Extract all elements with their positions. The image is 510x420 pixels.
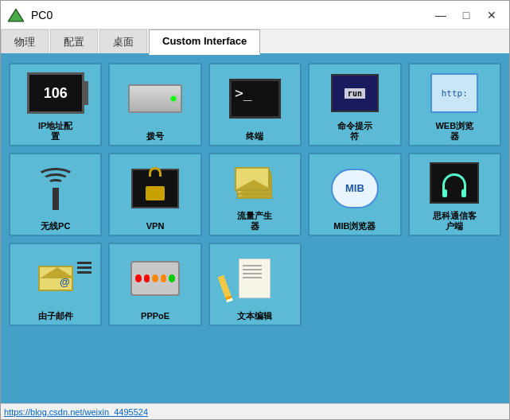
status-link[interactable]: https://blog.csdn.net/weixin_4495524: [4, 407, 148, 417]
wireless-pc-icon-item[interactable]: 无线PC: [9, 153, 102, 236]
cmd-icon-item[interactable]: run 命令提示符: [308, 63, 401, 146]
cmd-icon: run: [331, 74, 379, 112]
pppoe-dot-3: [152, 274, 158, 282]
pencil-icon: [218, 275, 233, 303]
tab-physics[interactable]: 物理: [1, 29, 49, 53]
cisco-comm-icon: [430, 162, 479, 204]
tab-config[interactable]: 配置: [50, 29, 98, 53]
web-icon: http:: [430, 73, 478, 113]
email-graphic: @: [14, 249, 97, 308]
terminal-icon: >_: [229, 79, 281, 119]
ip-config-graphic: 106: [14, 69, 97, 118]
mib-browser-icon-item[interactable]: MIB MIB浏览器: [308, 153, 401, 236]
wireless-graphic: [14, 159, 97, 218]
paper-line-1: [243, 265, 262, 266]
content-area: 106 IP地址配置 拨号 >_ 终: [1, 55, 509, 403]
paper: [239, 259, 271, 298]
window-controls: — □ ✕: [430, 6, 503, 25]
tab-custom[interactable]: Custom Interface: [149, 29, 260, 55]
terminal-prompt: >_: [235, 84, 252, 101]
at-sign: @: [60, 276, 70, 288]
lock-shackle: [149, 167, 162, 177]
traffic-gen-icon-item[interactable]: 流量产生器: [208, 153, 302, 236]
run-label: run: [345, 88, 365, 99]
vpn-icon: [131, 169, 179, 208]
terminal-label: 终端: [246, 131, 263, 142]
dialup-label: 拨号: [146, 131, 164, 142]
ip-config-label: IP地址配置: [38, 121, 72, 142]
mib-graphic: MIB: [313, 159, 396, 218]
maximize-button[interactable]: □: [455, 6, 477, 25]
close-button[interactable]: ✕: [481, 6, 503, 25]
ip-config-icon-item[interactable]: 106 IP地址配置: [9, 63, 102, 146]
envelope-stack: [235, 167, 274, 199]
lock-body: [146, 186, 165, 200]
vpn-icon-item[interactable]: VPN: [108, 153, 201, 236]
web-text: http:: [442, 88, 468, 99]
email-icon: @: [31, 258, 80, 299]
pppoe-icon: [130, 261, 180, 296]
icons-grid: 106 IP地址配置 拨号 >_ 终: [9, 63, 501, 326]
ip-icon: 106: [27, 72, 84, 114]
traffic-graphic: [213, 159, 297, 208]
app-icon: [7, 8, 25, 22]
traffic-gen-label: 流量产生器: [237, 211, 272, 231]
cisco-comm-label: 思科通信客户端: [433, 211, 477, 231]
pppoe-dot-4: [161, 274, 167, 282]
modem-led: [171, 96, 176, 101]
pppoe-dot-2: [144, 274, 150, 282]
terminal-graphic: >_: [213, 69, 297, 128]
web-browser-label: WEB浏览器: [435, 121, 473, 142]
mib-icon: MIB: [331, 169, 379, 208]
text-editor-icon-item[interactable]: 文本编辑: [208, 243, 302, 326]
cmd-graphic: run: [313, 69, 396, 118]
text-editor-label: 文本编辑: [237, 311, 272, 321]
dialup-graphic: [113, 69, 197, 128]
vpn-graphic: [113, 159, 197, 218]
web-browser-icon-item[interactable]: http: WEB浏览器: [408, 63, 501, 146]
cisco-comm-icon-item[interactable]: 思科通信客户端: [408, 153, 501, 236]
doc-line-1: [77, 262, 91, 264]
tower-pole: [53, 188, 59, 210]
headphone-icon: [442, 173, 466, 192]
terminal-icon-item[interactable]: >_ 终端: [208, 63, 302, 146]
web-graphic: http:: [413, 69, 496, 118]
pppoe-icon-item[interactable]: PPPoE: [108, 243, 201, 326]
paper-line-4: [243, 277, 262, 278]
main-window: PC0 — □ ✕ 物理 配置 桌面 Custom Interface 106 …: [0, 0, 510, 420]
mib-browser-label: MIB浏览器: [333, 221, 376, 231]
mib-text: MIB: [345, 182, 364, 194]
modem-icon: [128, 84, 182, 113]
title-bar: PC0 — □ ✕: [1, 1, 509, 29]
dialup-icon-item[interactable]: 拨号: [108, 63, 201, 146]
paper-line-3: [243, 273, 262, 274]
paper-line-2: [243, 269, 262, 270]
cisco-comm-graphic: [413, 159, 496, 208]
tab-desktop[interactable]: 桌面: [99, 29, 147, 53]
tab-bar: 物理 配置 桌面 Custom Interface: [1, 29, 509, 55]
status-bar: https://blog.csdn.net/weixin_4495524: [1, 403, 509, 419]
minimize-button[interactable]: —: [430, 6, 452, 25]
arc3: [37, 168, 75, 187]
email-label: 由子邮件: [38, 311, 73, 321]
pppoe-graphic: [113, 249, 197, 308]
doc-line-2: [77, 266, 91, 269]
text-editor-icon: [233, 256, 277, 300]
wireless-icon: [33, 166, 77, 210]
cmd-label: 命令提示符: [337, 121, 372, 142]
vpn-label: VPN: [146, 221, 165, 231]
doc-line-3: [77, 271, 91, 274]
env3: [235, 167, 270, 191]
traffic-icon: [231, 161, 278, 205]
pppoe-dot-5: [169, 274, 175, 282]
mail-envelope: @: [38, 266, 73, 291]
text-editor-graphic: [213, 249, 297, 308]
email-icon-item[interactable]: @ 由子邮件: [9, 243, 102, 326]
wireless-pc-label: 无线PC: [41, 221, 70, 231]
window-title: PC0: [31, 9, 430, 21]
doc-lines: [77, 259, 91, 276]
pppoe-label: PPPoE: [141, 311, 169, 321]
pppoe-dot-1: [135, 274, 142, 282]
